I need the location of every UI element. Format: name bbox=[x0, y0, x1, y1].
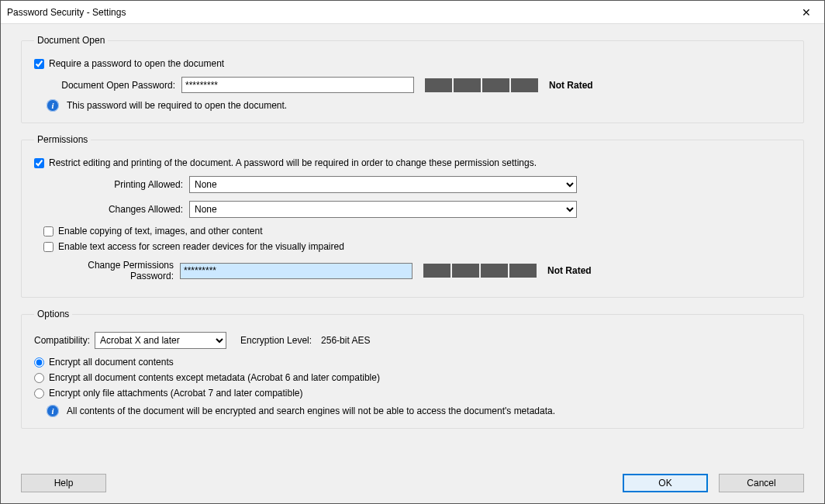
meter-bar bbox=[482, 78, 509, 92]
cancel-button[interactable]: Cancel bbox=[719, 474, 804, 492]
meter-bar bbox=[481, 264, 508, 278]
encrypt-attachments-input[interactable] bbox=[34, 388, 44, 399]
compatibility-select[interactable]: Acrobat X and later bbox=[95, 332, 226, 349]
meter-bar bbox=[452, 264, 479, 278]
encrypt-attachments-radio[interactable]: Encrypt only file attachments (Acrobat 7… bbox=[34, 388, 303, 399]
meter-bar bbox=[509, 264, 537, 278]
info-icon: i bbox=[47, 405, 59, 417]
printing-allowed-label: Printing Allowed: bbox=[34, 179, 189, 190]
group-document-open-legend: Document Open bbox=[34, 35, 108, 46]
doc-open-info-text: This password will be required to open t… bbox=[67, 100, 287, 111]
encrypt-all-input[interactable] bbox=[34, 357, 44, 368]
encrypt-except-metadata-label: Encrypt all document contents except met… bbox=[49, 372, 380, 383]
enable-text-access-input[interactable] bbox=[43, 242, 54, 252]
meter-bar bbox=[425, 78, 452, 92]
password-strength-meter bbox=[423, 264, 537, 278]
info-icon: i bbox=[47, 99, 59, 112]
encrypt-all-radio[interactable]: Encrypt all document contents bbox=[34, 357, 174, 368]
compatibility-label: Compatibility: bbox=[34, 335, 95, 346]
group-options-legend: Options bbox=[34, 309, 72, 319]
password-strength-rating: Not Rated bbox=[547, 265, 592, 276]
group-document-open: Document Open Require a password to open… bbox=[21, 35, 804, 123]
enable-text-access-label: Enable text access for screen reader dev… bbox=[58, 241, 344, 252]
meter-bar bbox=[423, 264, 450, 278]
require-password-input[interactable] bbox=[34, 59, 44, 69]
ok-button[interactable]: OK bbox=[623, 474, 708, 492]
encryption-level-value: 256-bit AES bbox=[321, 335, 370, 346]
group-permissions-legend: Permissions bbox=[34, 134, 91, 145]
encrypt-attachments-label: Encrypt only file attachments (Acrobat 7… bbox=[49, 388, 303, 399]
help-button[interactable]: Help bbox=[21, 474, 106, 492]
encrypt-all-label: Encrypt all document contents bbox=[49, 357, 174, 368]
printing-allowed-select[interactable]: None bbox=[189, 176, 577, 193]
enable-text-access-checkbox[interactable]: Enable text access for screen reader dev… bbox=[43, 241, 344, 252]
window-title: Password Security - Settings bbox=[7, 7, 789, 18]
enable-copying-checkbox[interactable]: Enable copying of text, images, and othe… bbox=[43, 226, 263, 236]
group-options: Options Compatibility: Acrobat X and lat… bbox=[21, 309, 804, 429]
password-strength-meter bbox=[425, 78, 538, 92]
options-info-text: All contents of the document will be enc… bbox=[67, 406, 555, 416]
close-icon: ✕ bbox=[802, 6, 811, 19]
encrypt-except-metadata-input[interactable] bbox=[34, 373, 44, 383]
restrict-editing-input[interactable] bbox=[34, 158, 44, 168]
restrict-editing-checkbox[interactable]: Restrict editing and printing of the doc… bbox=[34, 157, 537, 168]
restrict-editing-label: Restrict editing and printing of the doc… bbox=[49, 157, 537, 168]
changes-allowed-label: Changes Allowed: bbox=[34, 204, 189, 215]
enable-copying-input[interactable] bbox=[43, 226, 54, 236]
title-bar: Password Security - Settings ✕ bbox=[1, 1, 824, 24]
require-password-label: Require a password to open the document bbox=[49, 58, 224, 69]
close-button[interactable]: ✕ bbox=[789, 1, 824, 24]
meter-bar bbox=[511, 78, 538, 92]
encrypt-except-metadata-radio[interactable]: Encrypt all document contents except met… bbox=[34, 372, 380, 383]
changes-allowed-select[interactable]: None bbox=[189, 201, 577, 218]
dialog-buttons: Help OK Cancel bbox=[1, 466, 824, 503]
doc-open-password-label: Document Open Password: bbox=[34, 80, 181, 91]
require-password-checkbox[interactable]: Require a password to open the document bbox=[34, 58, 224, 69]
meter-bar bbox=[454, 78, 481, 92]
encryption-level-label: Encryption Level: bbox=[240, 335, 312, 346]
change-permissions-password-input[interactable] bbox=[180, 263, 412, 279]
password-strength-rating: Not Rated bbox=[549, 80, 593, 91]
dialog-content: Document Open Require a password to open… bbox=[1, 24, 824, 466]
doc-open-password-input[interactable] bbox=[181, 77, 414, 93]
enable-copying-label: Enable copying of text, images, and othe… bbox=[58, 226, 263, 236]
group-permissions: Permissions Restrict editing and printin… bbox=[21, 134, 804, 298]
change-permissions-password-label: Change Permissions Password: bbox=[43, 260, 180, 281]
